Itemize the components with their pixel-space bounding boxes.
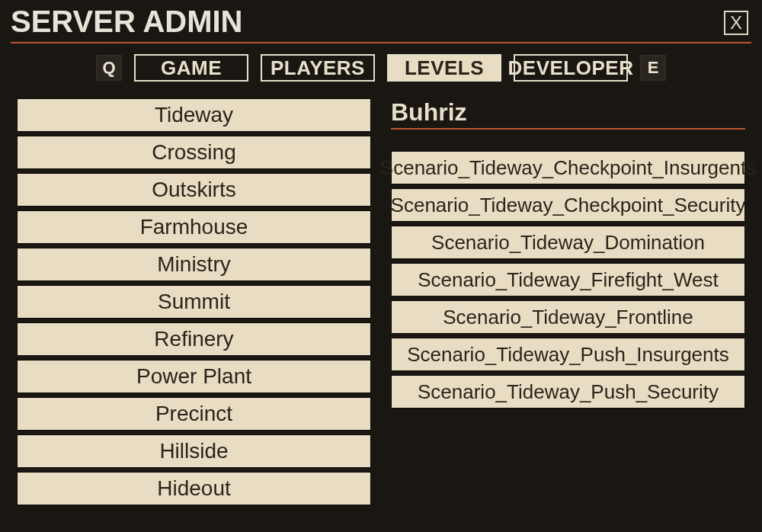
detail-divider	[391, 128, 745, 130]
content-columns: TidewayCrossingOutskirtsFarmhouseMinistr…	[11, 98, 751, 505]
scenario-button[interactable]: Scenario_Tideway_Firefight_West	[391, 263, 745, 296]
level-button[interactable]: Ministry	[17, 248, 371, 281]
level-label: Ministry	[157, 252, 230, 277]
level-button[interactable]: Tideway	[17, 98, 371, 132]
scenario-label: Scenario_Tideway_Firefight_West	[418, 268, 719, 292]
tab-levels[interactable]: LEVELS	[387, 54, 501, 82]
scenario-button[interactable]: Scenario_Tideway_Domination	[391, 226, 745, 259]
close-icon: X	[730, 12, 742, 34]
level-label: Hillside	[159, 439, 228, 463]
scenario-button[interactable]: Scenario_Tideway_Push_Insurgents	[391, 338, 745, 371]
prev-tab-keyhint: Q	[96, 55, 122, 81]
next-tab-keyhint: E	[640, 55, 666, 81]
server-admin-panel: SERVER ADMIN X Q GAMEPLAYERSLEVELSDEVELO…	[0, 0, 762, 532]
scenario-column: Buhriz Scenario_Tideway_Checkpoint_Insur…	[391, 98, 745, 505]
level-button[interactable]: Summit	[17, 285, 371, 319]
level-button[interactable]: Power Plant	[17, 360, 371, 393]
level-label: Farmhouse	[140, 215, 248, 239]
level-button[interactable]: Hillside	[17, 434, 371, 468]
tab-label: PLAYERS	[271, 56, 365, 80]
title-divider	[11, 42, 751, 43]
scenario-label: Scenario_Tideway_Frontline	[443, 306, 693, 329]
level-list: TidewayCrossingOutskirtsFarmhouseMinistr…	[17, 98, 371, 505]
level-button[interactable]: Hideout	[17, 472, 371, 505]
scenario-label: Scenario_Tideway_Checkpoint_Insurgents	[380, 156, 756, 180]
scenario-button[interactable]: Scenario_Tideway_Frontline	[391, 300, 745, 334]
tabs: GAMEPLAYERSLEVELSDEVELOPER	[134, 54, 628, 82]
level-button[interactable]: Farmhouse	[17, 210, 371, 244]
level-label: Precinct	[155, 402, 232, 426]
scenario-list: Scenario_Tideway_Checkpoint_InsurgentsSc…	[391, 151, 745, 409]
level-detail-title: Buhriz	[391, 98, 745, 128]
scenario-label: Scenario_Tideway_Domination	[431, 231, 705, 255]
tab-players[interactable]: PLAYERS	[261, 54, 375, 82]
tab-game[interactable]: GAME	[134, 54, 248, 82]
level-label: Crossing	[152, 140, 235, 165]
scenario-label: Scenario_Tideway_Checkpoint_Security	[391, 194, 746, 217]
tab-developer[interactable]: DEVELOPER	[514, 54, 628, 82]
level-button[interactable]: Outskirts	[17, 173, 371, 207]
scenario-button[interactable]: Scenario_Tideway_Checkpoint_Security	[391, 188, 745, 222]
level-label: Refinery	[154, 327, 233, 351]
level-label: Power Plant	[136, 364, 251, 389]
close-button[interactable]: X	[724, 11, 748, 35]
level-label: Hideout	[157, 476, 231, 501]
level-button[interactable]: Refinery	[17, 322, 371, 356]
scenario-button[interactable]: Scenario_Tideway_Push_Security	[391, 375, 745, 409]
tab-row: Q GAMEPLAYERSLEVELSDEVELOPER E	[11, 54, 751, 82]
level-label: Tideway	[155, 103, 233, 127]
level-label: Outskirts	[152, 178, 235, 202]
level-column: TidewayCrossingOutskirtsFarmhouseMinistr…	[17, 98, 371, 505]
level-button[interactable]: Crossing	[17, 136, 371, 169]
tab-label: LEVELS	[405, 56, 484, 80]
scenario-label: Scenario_Tideway_Push_Insurgents	[407, 343, 729, 367]
page-title: SERVER ADMIN	[11, 0, 751, 42]
tab-label: GAME	[161, 56, 222, 80]
scenario-label: Scenario_Tideway_Push_Security	[418, 380, 719, 404]
tab-label: DEVELOPER	[508, 56, 634, 80]
level-button[interactable]: Precinct	[17, 397, 371, 431]
scenario-button[interactable]: Scenario_Tideway_Checkpoint_Insurgents	[391, 151, 745, 184]
level-label: Summit	[158, 290, 230, 314]
